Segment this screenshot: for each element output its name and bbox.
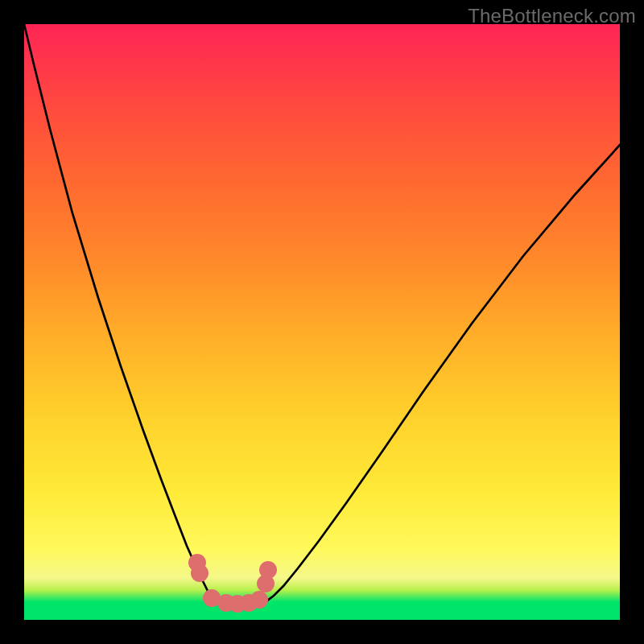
curve-group: [24, 24, 620, 605]
left-curve: [24, 24, 222, 603]
chart-frame: TheBottleneck.com: [0, 0, 644, 644]
marker-group: [188, 554, 277, 613]
marker-point: [191, 564, 208, 582]
watermark-text: TheBottleneck.com: [468, 5, 636, 27]
right-curve: [262, 145, 620, 603]
curve-layer: [24, 24, 620, 620]
marker-point: [259, 561, 277, 579]
marker-point: [250, 591, 268, 609]
plot-area: [24, 24, 620, 620]
